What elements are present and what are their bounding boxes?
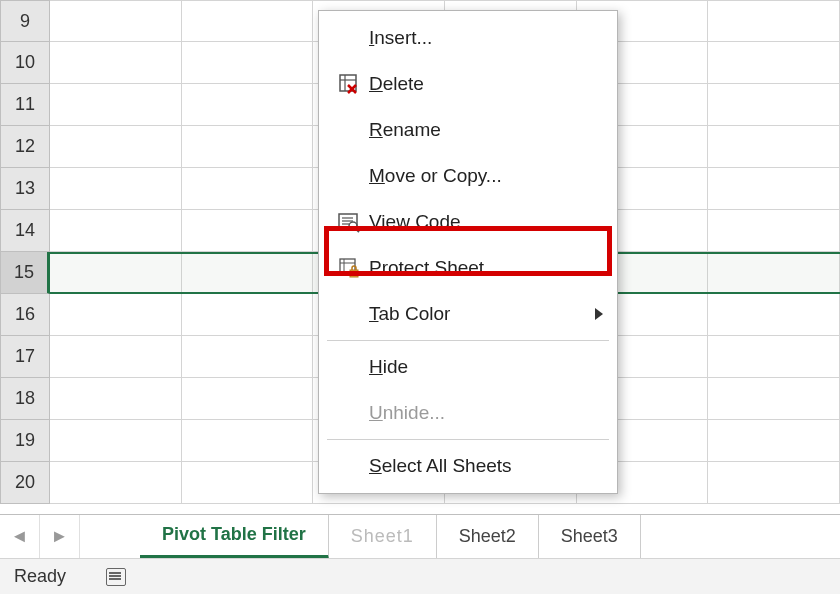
row-header[interactable]: 17 [0,336,50,378]
menu-label: Rename [369,119,603,141]
row-header[interactable]: 12 [0,126,50,168]
tab-nav-next[interactable]: ► [40,515,80,559]
menu-move-or-copy[interactable]: Move or Copy... [319,153,617,199]
row-header[interactable]: 20 [0,462,50,504]
row-header[interactable]: 14 [0,210,50,252]
menu-rename[interactable]: Rename [319,107,617,153]
tab-pivot-table-filter[interactable]: Pivot Table Filter [140,515,329,559]
tab-sheet3[interactable]: Sheet3 [539,515,641,559]
tabs-area: Pivot Table Filter Sheet1 Sheet2 Sheet3 [80,515,840,559]
menu-label: Unhide... [369,402,603,424]
menu-label: Move or Copy... [369,165,603,187]
menu-label: Tab Color [369,303,595,325]
menu-hide[interactable]: Hide [319,344,617,390]
menu-view-code[interactable]: View Code [319,199,617,245]
row-header[interactable]: 16 [0,294,50,336]
menu-label: Protect Sheet... [369,257,603,279]
tab-obscured[interactable]: Sheet1 [329,515,437,559]
svg-point-9 [349,222,357,230]
tab-label: Pivot Table Filter [162,524,306,545]
status-ready: Ready [14,566,66,587]
tab-label: Sheet2 [459,526,516,547]
row-header[interactable]: 9 [0,0,50,42]
menu-label: Hide [369,356,603,378]
menu-protect-sheet[interactable]: Protect Sheet... [319,245,617,291]
sheet-tab-bar: ◄ ► Pivot Table Filter Sheet1 Sheet2 She… [0,514,840,558]
row-headers: 9 10 11 12 13 14 15 16 17 18 19 20 [0,0,50,504]
menu-label: Select All Sheets [369,455,603,477]
delete-sheet-icon [329,73,369,95]
menu-select-all-sheets[interactable]: Select All Sheets [319,443,617,489]
view-code-icon [329,211,369,233]
menu-unhide[interactable]: Unhide... [319,390,617,436]
menu-label: View Code [369,211,603,233]
tab-sheet2[interactable]: Sheet2 [437,515,539,559]
menu-insert[interactable]: Insert... [319,15,617,61]
protect-sheet-icon [329,257,369,279]
status-bar: Ready [0,558,840,594]
menu-label: Insert... [369,27,603,49]
tab-nav-prev[interactable]: ◄ [0,515,40,559]
svg-rect-14 [350,270,358,277]
tab-label: Sheet3 [561,526,618,547]
row-header[interactable]: 10 [0,42,50,84]
svg-line-10 [356,229,359,232]
sheet-tab-context-menu: Insert... Delete Rename Move or Copy... [318,10,618,494]
row-header-selected[interactable]: 15 [0,252,50,294]
row-header[interactable]: 18 [0,378,50,420]
menu-separator [327,439,609,440]
macro-recorder-icon[interactable] [106,568,126,586]
submenu-arrow-icon [595,308,603,320]
row-header[interactable]: 19 [0,420,50,462]
tab-label: Sheet1 [351,526,414,547]
menu-label: Delete [369,73,603,95]
row-header[interactable]: 11 [0,84,50,126]
row-header[interactable]: 13 [0,168,50,210]
menu-delete[interactable]: Delete [319,61,617,107]
menu-separator [327,340,609,341]
menu-tab-color[interactable]: Tab Color [319,291,617,337]
